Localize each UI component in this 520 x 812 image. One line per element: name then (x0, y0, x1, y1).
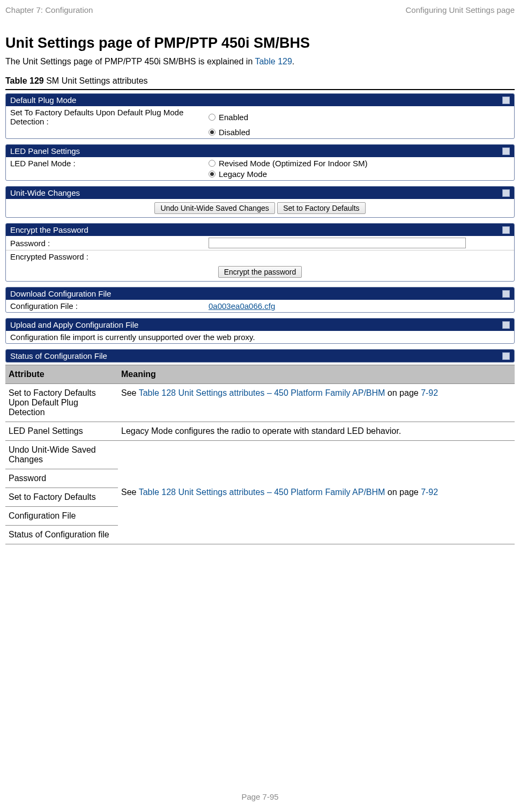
attr-name: Set to Factory Defaults Upon Default Plu… (5, 384, 118, 422)
panel-title: Download Configuration File (10, 289, 111, 298)
upload-unsupported-msg: Configuration file import is currently u… (10, 333, 255, 342)
panel-toggle-icon[interactable] (502, 226, 510, 234)
radio-label: Revised Mode (Optimized For Indoor SM) (219, 159, 368, 168)
page-footer: Page 7-95 (0, 792, 520, 801)
panel-title: Unit-Wide Changes (10, 188, 80, 197)
set-factory-defaults-button[interactable]: Set to Factory Defaults (277, 202, 365, 214)
panel-toggle-icon[interactable] (502, 147, 510, 155)
config-file-label: Configuration File : (10, 301, 209, 311)
panel-title: Status of Configuration File (10, 351, 107, 360)
page-header: Chapter 7: Configuration Configuring Uni… (0, 0, 520, 19)
figure-area: Default Plug Mode Set To Factory Default… (5, 89, 515, 544)
panel-header[interactable]: Status of Configuration File (6, 350, 514, 362)
attr-name: Status of Configuration file (5, 526, 118, 544)
attr-name: Password (5, 469, 118, 488)
panel-title: Encrypt the Password (10, 225, 88, 234)
page-title: Unit Settings page of PMP/PTP 450i SM/BH… (5, 35, 515, 51)
panel-header[interactable]: Upload and Apply Configuration File (6, 319, 514, 331)
panel-default-plug-mode: Default Plug Mode Set To Factory Default… (5, 93, 515, 139)
text: See (121, 388, 139, 397)
table-caption-text: SM Unit Settings attributes (44, 76, 148, 85)
panel-toggle-icon[interactable] (502, 290, 510, 298)
table-129-link[interactable]: Table 129 (255, 57, 292, 66)
panel-header[interactable]: Download Configuration File (6, 287, 514, 300)
table-128-link[interactable]: Table 128 Unit Settings attributes – 450… (139, 488, 385, 497)
panel-encrypt-password: Encrypt the Password Password : Encrypte… (5, 223, 515, 282)
panel-header[interactable]: Unit-Wide Changes (6, 187, 514, 199)
encrypted-password-label: Encrypted Password : (10, 252, 209, 261)
text: on page (385, 488, 421, 497)
attr-left-stack: Undo Unit-Wide Saved Changes Password Se… (5, 441, 118, 544)
intro-end: . (292, 57, 294, 66)
radio-label: Enabled (219, 113, 248, 122)
table-row-merged: Undo Unit-Wide Saved Changes Password Se… (5, 441, 515, 544)
radio-revised-mode[interactable] (209, 160, 216, 167)
panel-toggle-icon[interactable] (502, 189, 510, 197)
table-row: LED Panel Settings Legacy Mode configure… (5, 422, 515, 441)
chapter-label: Chapter 7: Configuration (5, 5, 93, 14)
panel-title: Default Plug Mode (10, 95, 76, 105)
panel-download-config: Download Configuration File Configuratio… (5, 287, 515, 313)
col-meaning: Meaning (118, 365, 515, 383)
radio-label: Disabled (219, 128, 250, 137)
setting-label: LED Panel Mode : (10, 159, 209, 168)
intro-paragraph: The Unit Settings page of PMP/PTP 450i S… (5, 57, 515, 67)
attr-name: Configuration File (5, 507, 118, 526)
undo-unit-wide-button[interactable]: Undo Unit-Wide Saved Changes (154, 202, 274, 214)
encrypt-password-button[interactable]: Encrypt the password (218, 266, 302, 278)
page-content: Unit Settings page of PMP/PTP 450i SM/BH… (0, 35, 520, 544)
radio-disabled[interactable] (209, 129, 216, 136)
panel-title: Upload and Apply Configuration File (10, 320, 138, 329)
panel-title: LED Panel Settings (10, 146, 80, 156)
panel-unit-wide-changes: Unit-Wide Changes Undo Unit-Wide Saved C… (5, 186, 515, 218)
table-row: Set to Factory Defaults Upon Default Plu… (5, 384, 515, 422)
password-input[interactable] (209, 238, 466, 248)
section-label: Configuring Unit Settings page (406, 5, 515, 14)
intro-text: The Unit Settings page of PMP/PTP 450i S… (5, 57, 255, 66)
attr-name: Undo Unit-Wide Saved Changes (5, 441, 118, 469)
attr-meaning: See Table 128 Unit Settings attributes –… (118, 441, 515, 544)
radio-label: Legacy Mode (219, 169, 267, 179)
panel-header[interactable]: LED Panel Settings (6, 145, 514, 157)
panel-body: Set To Factory Defaults Upon Default Plu… (6, 106, 514, 138)
panel-header[interactable]: Encrypt the Password (6, 224, 514, 236)
panel-toggle-icon[interactable] (502, 352, 510, 360)
table-128-link[interactable]: Table 128 Unit Settings attributes – 450… (139, 388, 385, 397)
attribute-table-header: Attribute Meaning (5, 365, 515, 384)
panel-upload-config: Upload and Apply Configuration File Conf… (5, 318, 515, 344)
panel-header[interactable]: Default Plug Mode (6, 94, 514, 106)
col-attribute: Attribute (5, 365, 118, 383)
password-label: Password : (10, 239, 209, 248)
attr-meaning: See Table 128 Unit Settings attributes –… (118, 384, 515, 422)
panel-toggle-icon[interactable] (502, 321, 510, 329)
config-file-link[interactable]: 0a003ea0a066.cfg (209, 301, 275, 311)
radio-enabled[interactable] (209, 114, 216, 121)
text: See (121, 488, 139, 497)
radio-legacy-mode[interactable] (209, 171, 216, 178)
table-caption-num: Table 129 (5, 76, 44, 85)
attr-name: LED Panel Settings (5, 422, 118, 440)
page-link[interactable]: 7-92 (421, 488, 438, 497)
setting-label: Set To Factory Defaults Upon Default Plu… (10, 108, 209, 126)
attr-meaning: Legacy Mode configures the radio to oper… (118, 422, 515, 440)
attr-name: Set to Factory Defaults (5, 488, 118, 507)
table-caption: Table 129 SM Unit Settings attributes (5, 76, 515, 86)
text: on page (385, 388, 421, 397)
panel-status-config: Status of Configuration File (5, 349, 515, 363)
page-link[interactable]: 7-92 (421, 388, 438, 397)
panel-led-settings: LED Panel Settings LED Panel Mode : Revi… (5, 144, 515, 181)
panel-toggle-icon[interactable] (502, 97, 510, 104)
